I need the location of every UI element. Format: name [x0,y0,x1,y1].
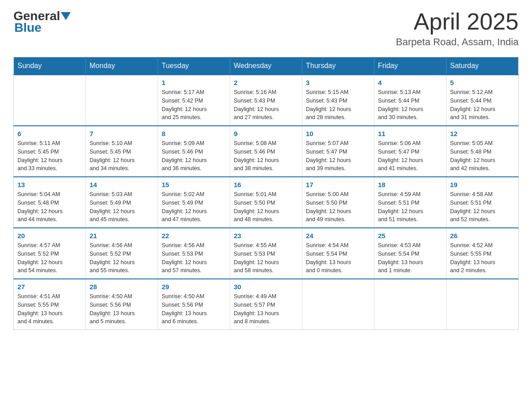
calendar-cell [302,279,374,330]
day-info: Sunrise: 4:49 AM Sunset: 5:57 PM Dayligh… [234,292,298,326]
day-info: Sunrise: 4:57 AM Sunset: 5:52 PM Dayligh… [17,241,82,275]
day-info: Sunrise: 5:07 AM Sunset: 5:47 PM Dayligh… [306,139,370,173]
day-info: Sunrise: 5:00 AM Sunset: 5:50 PM Dayligh… [306,190,370,224]
calendar-cell: 13Sunrise: 5:04 AM Sunset: 5:48 PM Dayli… [14,177,86,228]
col-header-monday: Monday [86,57,158,75]
day-info: Sunrise: 5:10 AM Sunset: 5:45 PM Dayligh… [90,139,154,173]
day-info: Sunrise: 4:56 AM Sunset: 5:52 PM Dayligh… [90,241,154,275]
calendar-cell: 5Sunrise: 5:12 AM Sunset: 5:44 PM Daylig… [446,75,519,126]
calendar-cell: 11Sunrise: 5:06 AM Sunset: 5:47 PM Dayli… [374,126,446,177]
calendar-cell: 26Sunrise: 4:52 AM Sunset: 5:55 PM Dayli… [446,228,519,279]
calendar-cell: 4Sunrise: 5:13 AM Sunset: 5:44 PM Daylig… [374,75,446,126]
day-info: Sunrise: 5:12 AM Sunset: 5:44 PM Dayligh… [450,88,515,122]
day-number: 21 [90,232,154,240]
day-number: 13 [17,181,82,188]
calendar-cell: 10Sunrise: 5:07 AM Sunset: 5:47 PM Dayli… [302,126,374,177]
day-info: Sunrise: 5:11 AM Sunset: 5:45 PM Dayligh… [17,139,82,173]
calendar-cell: 28Sunrise: 4:50 AM Sunset: 5:56 PM Dayli… [86,279,158,330]
calendar-cell: 1Sunrise: 5:17 AM Sunset: 5:42 PM Daylig… [158,75,230,126]
logo-arrow-icon [61,12,71,22]
page-header: General Blue April 2025 Barpeta Road, As… [13,9,519,48]
svg-marker-0 [61,12,71,20]
day-number: 26 [450,232,515,240]
day-info: Sunrise: 4:52 AM Sunset: 5:55 PM Dayligh… [450,241,515,275]
col-header-sunday: Sunday [14,57,86,75]
calendar-cell: 2Sunrise: 5:16 AM Sunset: 5:43 PM Daylig… [230,75,302,126]
day-number: 14 [90,181,154,188]
day-info: Sunrise: 4:50 AM Sunset: 5:56 PM Dayligh… [162,292,226,326]
day-number: 30 [234,283,298,291]
day-number: 3 [306,79,370,86]
day-info: Sunrise: 5:16 AM Sunset: 5:43 PM Dayligh… [234,88,298,122]
calendar-cell: 6Sunrise: 5:11 AM Sunset: 5:45 PM Daylig… [14,126,86,177]
day-number: 8 [162,130,226,137]
location-title: Barpeta Road, Assam, India [396,36,519,48]
calendar-cell: 7Sunrise: 5:10 AM Sunset: 5:45 PM Daylig… [86,126,158,177]
calendar-cell: 24Sunrise: 4:54 AM Sunset: 5:54 PM Dayli… [302,228,374,279]
col-header-friday: Friday [374,57,446,75]
calendar-cell: 17Sunrise: 5:00 AM Sunset: 5:50 PM Dayli… [302,177,374,228]
day-info: Sunrise: 5:03 AM Sunset: 5:49 PM Dayligh… [90,190,154,224]
col-header-saturday: Saturday [446,57,519,75]
day-number: 15 [162,181,226,188]
day-number: 12 [450,130,515,137]
day-number: 20 [17,232,82,240]
day-info: Sunrise: 4:55 AM Sunset: 5:53 PM Dayligh… [234,241,298,275]
calendar-cell: 21Sunrise: 4:56 AM Sunset: 5:52 PM Dayli… [86,228,158,279]
day-number: 1 [162,79,226,86]
day-info: Sunrise: 5:09 AM Sunset: 5:46 PM Dayligh… [162,139,226,173]
day-number: 16 [234,181,298,188]
calendar-cell: 18Sunrise: 4:59 AM Sunset: 5:51 PM Dayli… [374,177,446,228]
calendar-cell: 22Sunrise: 4:56 AM Sunset: 5:53 PM Dayli… [158,228,230,279]
day-number: 24 [306,232,370,240]
day-info: Sunrise: 5:13 AM Sunset: 5:44 PM Dayligh… [378,88,442,122]
calendar-cell: 16Sunrise: 5:01 AM Sunset: 5:50 PM Dayli… [230,177,302,228]
day-number: 23 [234,232,298,240]
day-number: 10 [306,130,370,137]
calendar-cell: 29Sunrise: 4:50 AM Sunset: 5:56 PM Dayli… [158,279,230,330]
day-info: Sunrise: 4:59 AM Sunset: 5:51 PM Dayligh… [378,190,442,224]
calendar-cell: 20Sunrise: 4:57 AM Sunset: 5:52 PM Dayli… [14,228,86,279]
day-info: Sunrise: 5:02 AM Sunset: 5:49 PM Dayligh… [162,190,226,224]
day-info: Sunrise: 4:51 AM Sunset: 5:55 PM Dayligh… [17,292,82,326]
day-info: Sunrise: 5:08 AM Sunset: 5:46 PM Dayligh… [234,139,298,173]
day-info: Sunrise: 4:58 AM Sunset: 5:51 PM Dayligh… [450,190,515,224]
day-number: 28 [90,283,154,291]
day-number: 22 [162,232,226,240]
day-info: Sunrise: 5:15 AM Sunset: 5:43 PM Dayligh… [306,88,370,122]
day-info: Sunrise: 5:04 AM Sunset: 5:48 PM Dayligh… [17,190,82,224]
day-info: Sunrise: 5:05 AM Sunset: 5:48 PM Dayligh… [450,139,515,173]
calendar-cell: 25Sunrise: 4:53 AM Sunset: 5:54 PM Dayli… [374,228,446,279]
calendar-week-row: 1Sunrise: 5:17 AM Sunset: 5:42 PM Daylig… [14,75,519,126]
day-number: 29 [162,283,226,291]
day-info: Sunrise: 4:56 AM Sunset: 5:53 PM Dayligh… [162,241,226,275]
title-area: April 2025 Barpeta Road, Assam, India [396,9,519,48]
month-title: April 2025 [396,9,519,34]
day-info: Sunrise: 5:01 AM Sunset: 5:50 PM Dayligh… [234,190,298,224]
day-number: 19 [450,181,515,188]
day-number: 17 [306,181,370,188]
calendar-cell [374,279,446,330]
calendar-week-row: 20Sunrise: 4:57 AM Sunset: 5:52 PM Dayli… [14,228,519,279]
calendar-cell: 15Sunrise: 5:02 AM Sunset: 5:49 PM Dayli… [158,177,230,228]
day-number: 18 [378,181,442,188]
calendar-cell: 19Sunrise: 4:58 AM Sunset: 5:51 PM Dayli… [446,177,519,228]
day-info: Sunrise: 4:54 AM Sunset: 5:54 PM Dayligh… [306,241,370,275]
calendar-cell: 12Sunrise: 5:05 AM Sunset: 5:48 PM Dayli… [446,126,519,177]
calendar-table: SundayMondayTuesdayWednesdayThursdayFrid… [13,57,519,330]
day-info: Sunrise: 4:53 AM Sunset: 5:54 PM Dayligh… [378,241,442,275]
day-number: 5 [450,79,515,86]
calendar-cell: 27Sunrise: 4:51 AM Sunset: 5:55 PM Dayli… [14,279,86,330]
day-number: 9 [234,130,298,137]
day-info: Sunrise: 5:17 AM Sunset: 5:42 PM Dayligh… [162,88,226,122]
calendar-cell: 30Sunrise: 4:49 AM Sunset: 5:57 PM Dayli… [230,279,302,330]
calendar-cell: 9Sunrise: 5:08 AM Sunset: 5:46 PM Daylig… [230,126,302,177]
day-info: Sunrise: 4:50 AM Sunset: 5:56 PM Dayligh… [90,292,154,326]
calendar-cell [86,75,158,126]
day-number: 2 [234,79,298,86]
calendar-cell: 8Sunrise: 5:09 AM Sunset: 5:46 PM Daylig… [158,126,230,177]
day-number: 4 [378,79,442,86]
calendar-week-row: 6Sunrise: 5:11 AM Sunset: 5:45 PM Daylig… [14,126,519,177]
col-header-tuesday: Tuesday [158,57,230,75]
calendar-cell: 23Sunrise: 4:55 AM Sunset: 5:53 PM Dayli… [230,228,302,279]
